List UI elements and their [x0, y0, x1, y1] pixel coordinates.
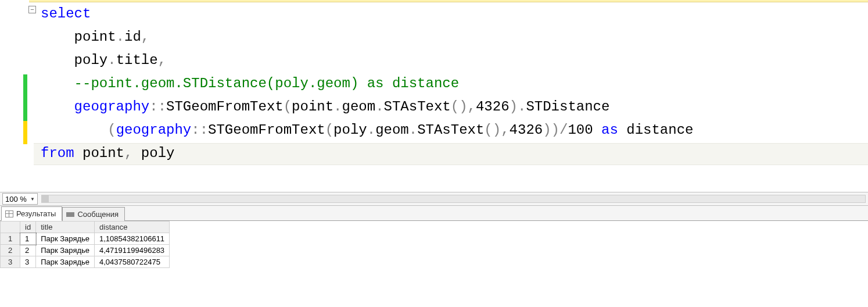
- table-row[interactable]: 11Парк Зарядье1,10854382106611: [1, 233, 170, 245]
- messages-icon: [66, 211, 74, 218]
- horizontal-scrollbar[interactable]: [41, 195, 866, 203]
- code-text[interactable]: select point.id, poly.title, --point.geo…: [0, 2, 868, 165]
- scrollbar-button-left[interactable]: [42, 195, 49, 202]
- results-panel: id title distance 11Парк Зарядье1,108543…: [0, 221, 868, 307]
- results-grid[interactable]: id title distance 11Парк Зарядье1,108543…: [0, 221, 170, 268]
- zoom-dropdown[interactable]: 100 % ▼: [2, 193, 38, 205]
- cell-distance[interactable]: 4,47191199496283: [95, 245, 170, 256]
- results-tabstrip: Результаты Сообщения: [0, 206, 868, 221]
- cell-id[interactable]: 1: [20, 233, 36, 245]
- tab-label: Результаты: [16, 209, 56, 218]
- zoom-value: 100 %: [5, 195, 27, 204]
- cell-id[interactable]: 3: [20, 256, 36, 268]
- cell-title[interactable]: Парк Зарядье: [36, 245, 95, 256]
- column-header[interactable]: title: [36, 222, 95, 233]
- column-header[interactable]: distance: [95, 222, 170, 233]
- corner-cell[interactable]: [1, 222, 20, 233]
- grid-icon: [5, 210, 13, 217]
- sql-editor[interactable]: − select point.id, poly.title, --point.g…: [0, 0, 868, 192]
- header-row: id title distance: [1, 222, 170, 233]
- cell-distance[interactable]: 1,10854382106611: [95, 233, 170, 245]
- tab-messages[interactable]: Сообщения: [62, 207, 125, 221]
- table-row[interactable]: 22Парк Зарядье4,47191199496283: [1, 245, 170, 256]
- table-row[interactable]: 33Парк Зарядье4,0437580722475: [1, 256, 170, 268]
- row-number[interactable]: 2: [1, 245, 20, 256]
- cell-distance[interactable]: 4,0437580722475: [95, 256, 170, 268]
- row-number[interactable]: 1: [1, 233, 20, 245]
- tab-label: Сообщения: [77, 210, 119, 219]
- tab-results[interactable]: Результаты: [1, 206, 62, 221]
- row-number[interactable]: 3: [1, 256, 20, 268]
- zoom-toolbar: 100 % ▼: [0, 192, 868, 206]
- chevron-down-icon: ▼: [30, 197, 35, 202]
- cell-title[interactable]: Парк Зарядье: [36, 233, 95, 245]
- cell-id[interactable]: 2: [20, 245, 36, 256]
- column-header[interactable]: id: [20, 222, 36, 233]
- cell-title[interactable]: Парк Зарядье: [36, 256, 95, 268]
